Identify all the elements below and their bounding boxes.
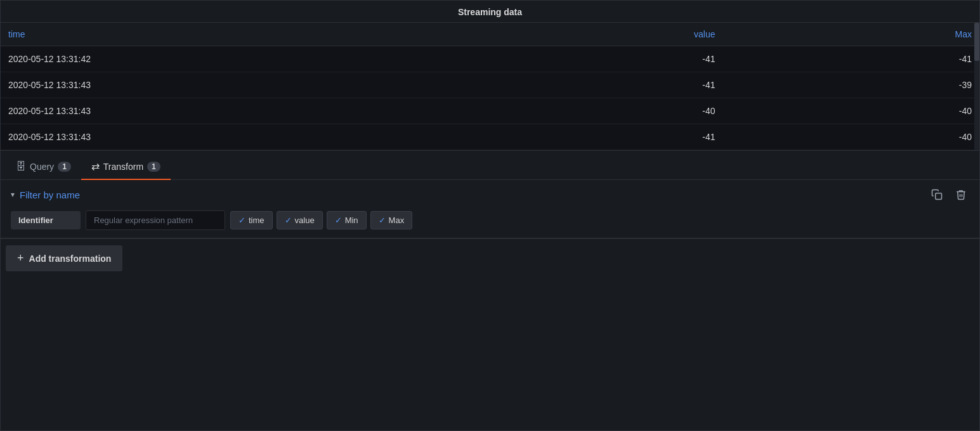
tab-transform[interactable]: ⇄ Transform 1 <box>81 154 171 180</box>
filter-chip-max[interactable]: ✓Max <box>370 211 413 229</box>
table-row: 2020-05-12 13:31:43 -40 -40 <box>1 98 979 124</box>
data-table: time value Max 2020-05-12 13:31:42 -41 -… <box>1 23 979 150</box>
col-header-time: time <box>1 23 368 46</box>
cell-value: -41 <box>368 124 722 150</box>
col-header-max: Max <box>723 23 980 46</box>
tab-transform-label: Transform <box>103 162 143 172</box>
tab-query-label: Query <box>30 162 54 172</box>
tab-query[interactable]: 🗄 Query 1 <box>6 155 81 180</box>
tabs-bar: 🗄 Query 1 ⇄ Transform 1 <box>1 151 979 180</box>
add-transform-bar: + Add transformation <box>1 238 979 278</box>
cell-value: -41 <box>368 46 722 72</box>
chip-label: Min <box>345 216 358 225</box>
check-icon: ✓ <box>379 216 386 225</box>
scrollbar-thumb[interactable] <box>974 23 979 61</box>
filter-chip-time[interactable]: ✓time <box>230 211 273 229</box>
cell-max: -41 <box>723 46 980 72</box>
copy-transform-button[interactable] <box>929 188 945 202</box>
cell-value: -40 <box>368 98 722 124</box>
table-section: Streaming data time value Max 2020-05-12… <box>1 1 979 151</box>
tab-transform-badge: 1 <box>147 162 160 172</box>
main-container: Streaming data time value Max 2020-05-12… <box>0 0 980 431</box>
add-transformation-label: Add transformation <box>29 254 112 264</box>
filter-header: ▾ Filter by name <box>11 188 969 202</box>
filter-chip-value[interactable]: ✓value <box>277 211 323 229</box>
tab-query-badge: 1 <box>58 162 71 172</box>
filter-section: ▾ Filter by name <box>1 180 979 238</box>
filter-chips: ✓time✓value✓Min✓Max <box>230 211 412 229</box>
col-header-value: value <box>368 23 722 46</box>
svg-rect-0 <box>936 193 942 200</box>
table-row: 2020-05-12 13:31:43 -41 -40 <box>1 124 979 150</box>
filter-chip-min[interactable]: ✓Min <box>327 211 367 229</box>
add-transformation-button[interactable]: + Add transformation <box>6 245 122 271</box>
cell-time: 2020-05-12 13:31:42 <box>1 46 368 72</box>
cell-time: 2020-05-12 13:31:43 <box>1 72 368 98</box>
check-icon: ✓ <box>335 216 342 225</box>
cell-max: -39 <box>723 72 980 98</box>
check-icon: ✓ <box>285 216 292 225</box>
cell-time: 2020-05-12 13:31:43 <box>1 98 368 124</box>
delete-transform-button[interactable] <box>953 188 969 202</box>
identifier-label: Identifier <box>11 211 81 229</box>
filter-actions <box>929 188 969 202</box>
cell-max: -40 <box>723 98 980 124</box>
filter-title: Filter by name <box>20 190 80 200</box>
transform-panel: ▾ Filter by name <box>1 180 979 430</box>
plus-icon: + <box>17 252 24 265</box>
transform-icon: ⇄ <box>91 160 100 172</box>
table-title: Streaming data <box>1 1 979 23</box>
pattern-input[interactable] <box>86 210 225 230</box>
chip-label: Max <box>389 216 405 225</box>
cell-value: -41 <box>368 72 722 98</box>
chip-label: value <box>295 216 315 225</box>
table-wrapper: time value Max 2020-05-12 13:31:42 -41 -… <box>1 23 979 150</box>
chevron-icon: ▾ <box>11 190 15 199</box>
cell-time: 2020-05-12 13:31:43 <box>1 124 368 150</box>
filter-title-group: ▾ Filter by name <box>11 190 80 200</box>
scrollbar-track[interactable] <box>974 23 979 150</box>
filter-row: Identifier ✓time✓value✓Min✓Max <box>11 210 969 230</box>
cell-max: -40 <box>723 124 980 150</box>
table-row: 2020-05-12 13:31:43 -41 -39 <box>1 72 979 98</box>
database-icon: 🗄 <box>16 161 26 172</box>
check-icon: ✓ <box>238 216 245 225</box>
table-row: 2020-05-12 13:31:42 -41 -41 <box>1 46 979 72</box>
chip-label: time <box>249 216 265 225</box>
